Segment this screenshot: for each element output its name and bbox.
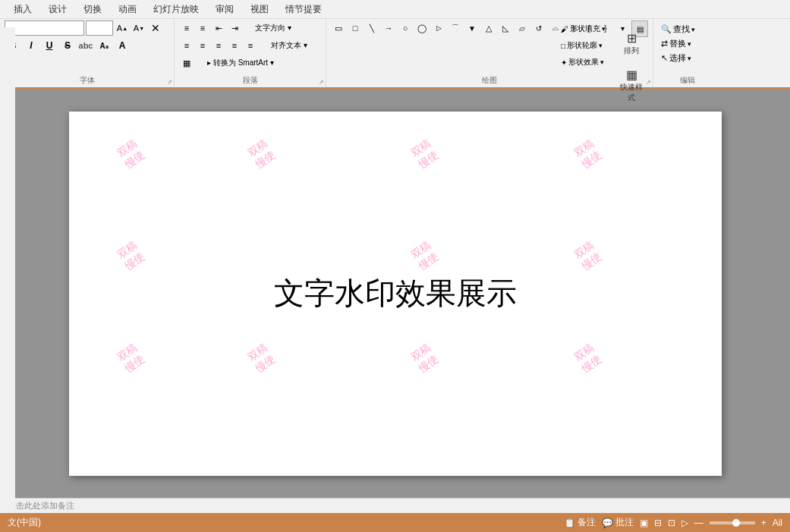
shape-effect-icon: ✦ xyxy=(561,58,567,67)
shape-sq-btn[interactable]: □ xyxy=(348,20,363,36)
shape-rect-btn[interactable]: ▭ xyxy=(331,20,346,36)
arrange-icon: ⊞ xyxy=(627,31,637,46)
indent-dec-btn[interactable]: ⇤ xyxy=(211,20,226,36)
status-right: 📋 备注 💬 批注 ▣ ⊟ ⊡ ▷ — + Ail xyxy=(564,516,782,529)
indent-inc-btn[interactable]: ⇥ xyxy=(227,20,242,36)
shape-rtri-btn[interactable]: ◺ xyxy=(498,20,513,36)
shape-fill-icon: 🖌 xyxy=(561,25,568,33)
menu-slideshow[interactable]: 幻灯片放映 xyxy=(146,2,206,17)
draw-expand-icon[interactable]: ↗ xyxy=(646,79,651,86)
zoom-indicator: — xyxy=(694,518,703,528)
underline-btn[interactable]: U xyxy=(41,38,58,53)
select-btn[interactable]: ↖ 选择 ▾ xyxy=(659,51,716,65)
shape-curve-btn[interactable]: ⌒ xyxy=(448,20,463,36)
font-name-input[interactable] xyxy=(5,20,84,36)
watermark-4: 双稿慢使 xyxy=(571,137,605,172)
shape-ellipse-btn[interactable]: ○ xyxy=(398,20,413,36)
arrange-btn[interactable]: ⊞ 排列 xyxy=(615,24,648,63)
slide[interactable]: 双稿慢使 双稿慢使 双稿慢使 双稿慢使 双稿慢使 双稿慢使 双稿慢使 双稿慢使 … xyxy=(69,112,722,476)
shape-chevron-btn[interactable]: ▷ xyxy=(431,20,446,36)
decrease-font-btn[interactable]: A▼ xyxy=(131,20,146,36)
comments-icon: 💬 xyxy=(602,518,613,528)
watermark-3: 双稿慢使 xyxy=(408,137,442,172)
shape-line-btn[interactable]: ╲ xyxy=(364,20,379,36)
view-present-btn[interactable]: ▷ xyxy=(681,518,688,528)
find-btn[interactable]: 🔍 查找 ▾ xyxy=(659,22,716,36)
shape-fill-btn[interactable]: 🖌 形状填充 ▾ xyxy=(559,22,607,36)
shape-callout-btn[interactable]: ▼ xyxy=(464,20,480,36)
para-section: ≡ ≡ ⇤ ⇥ 文字方向 ▾ ≡ ≡ ≡ ≡ ≡ 对齐文本 ▾ ▦ ▸ 转换为 … xyxy=(175,19,326,87)
watermark-6: 双稿慢使 xyxy=(408,239,442,274)
char-space-btn[interactable]: Aₐ xyxy=(96,38,112,53)
menu-design[interactable]: 设计 xyxy=(41,2,74,17)
line-spacing-btn[interactable]: ≡ xyxy=(243,38,258,53)
view-slide-btn[interactable]: ⊟ xyxy=(654,518,662,528)
align-text-btn[interactable]: 对齐文本 ▾ xyxy=(263,38,316,53)
font-expand-icon[interactable]: ↗ xyxy=(167,79,172,86)
replace-btn[interactable]: ⇄ 替换 ▾ xyxy=(659,36,716,51)
menu-transition[interactable]: 切换 xyxy=(76,2,109,17)
para-row1: ≡ ≡ ⇤ ⇥ 文字方向 ▾ xyxy=(179,20,321,36)
clear-format-btn[interactable]: ✕ xyxy=(148,20,163,36)
para-section-label: 段落 xyxy=(243,75,258,86)
watermark-1: 双稿慢使 xyxy=(115,137,148,172)
number-btn[interactable]: ≡ xyxy=(195,20,210,36)
draw-section-label: 绘图 xyxy=(482,75,497,86)
menu-animation[interactable]: 动画 xyxy=(111,2,144,17)
shape-para-btn[interactable]: ▱ xyxy=(515,20,530,36)
draw-section: ▭ □ ╲ → ○ ◯ ▷ ⌒ ▼ △ ◺ ▱ ↺ ⌓ ☽ { } ▾ ▤ xyxy=(326,19,653,87)
font-size-input[interactable] xyxy=(86,20,113,36)
shape-outline-btn[interactable]: □ 形状轮廓 ▾ xyxy=(559,39,607,52)
zoom-handle[interactable] xyxy=(732,519,740,527)
quick-styles-icon: ▦ xyxy=(626,68,637,82)
view-normal-btn[interactable]: ▣ xyxy=(640,518,648,528)
text-dir-btn[interactable]: 文字方向 ▾ xyxy=(247,20,300,36)
draw-right-btns: ⊞ 排列 ▦ 快速样式 xyxy=(615,24,648,105)
quick-styles-btn[interactable]: ▦ 快速样式 xyxy=(615,65,648,105)
strikethrough-btn[interactable]: S xyxy=(59,38,76,53)
notes-area[interactable]: 单击此处添加备注 xyxy=(0,498,790,513)
comments-label[interactable]: 💬 批注 xyxy=(602,516,634,529)
menu-storyboard[interactable]: 情节提要 xyxy=(278,2,329,17)
view-reading-btn[interactable]: ⊡ xyxy=(668,518,675,528)
language-label: 文(中国) xyxy=(8,516,41,529)
shape-curve2-btn[interactable]: ↺ xyxy=(531,20,546,36)
bullet-btn[interactable]: ≡ xyxy=(179,20,194,36)
watermark-9: 双稿慢使 xyxy=(245,341,279,376)
font-color-btn[interactable]: A xyxy=(114,38,131,53)
columns-btn[interactable]: ▦ xyxy=(179,55,194,71)
ail-label: Ail xyxy=(773,518,782,528)
shape-arrow-btn[interactable]: → xyxy=(381,20,396,36)
font-row2: B I U S abc Aₐ A xyxy=(5,38,169,53)
shape-tri-btn[interactable]: △ xyxy=(481,20,496,36)
watermark-5: 双稿慢使 xyxy=(115,239,148,274)
shape-effect-btn[interactable]: ✦ 形状效果 ▾ xyxy=(559,55,607,69)
status-bar: 文(中国) 📋 备注 💬 批注 ▣ ⊟ ⊡ ▷ — + Ail xyxy=(0,513,790,532)
menu-view[interactable]: 视图 xyxy=(243,2,276,17)
para-expand-icon[interactable]: ↗ xyxy=(319,79,324,86)
increase-font-btn[interactable]: A▲ xyxy=(115,20,130,36)
menu-review[interactable]: 审阅 xyxy=(208,2,241,17)
convert-smartart-btn[interactable]: ▸ 转换为 SmartArt ▾ xyxy=(199,55,282,71)
select-icon: ↖ xyxy=(661,53,668,63)
para-row3: ▦ ▸ 转换为 SmartArt ▾ xyxy=(179,55,321,71)
quick-styles-label: 快速样式 xyxy=(620,82,643,103)
text-shadow-btn[interactable]: abc xyxy=(77,38,94,53)
watermark-8: 双稿慢使 xyxy=(115,341,148,376)
align-right-btn[interactable]: ≡ xyxy=(211,38,226,53)
menu-insert[interactable]: 插入 xyxy=(6,2,39,17)
slide-title[interactable]: 文字水印效果展示 xyxy=(274,272,517,314)
watermark-7: 双稿慢使 xyxy=(571,239,605,274)
zoom-slider[interactable] xyxy=(710,521,755,524)
shape-outline-icon: □ xyxy=(561,42,565,50)
notes-label[interactable]: 📋 备注 xyxy=(564,516,596,529)
watermark-11: 双稿慢使 xyxy=(571,341,605,376)
align-left-btn[interactable]: ≡ xyxy=(179,38,194,53)
find-icon: 🔍 xyxy=(661,24,672,34)
shape-ellipse2-btn[interactable]: ◯ xyxy=(414,20,430,36)
zoom-plus-btn[interactable]: + xyxy=(761,518,766,528)
justify-btn[interactable]: ≡ xyxy=(227,38,242,53)
italic-btn[interactable]: I xyxy=(23,38,39,53)
align-center-btn[interactable]: ≡ xyxy=(195,38,210,53)
font-row1: A▲ A▼ ✕ xyxy=(5,20,169,36)
